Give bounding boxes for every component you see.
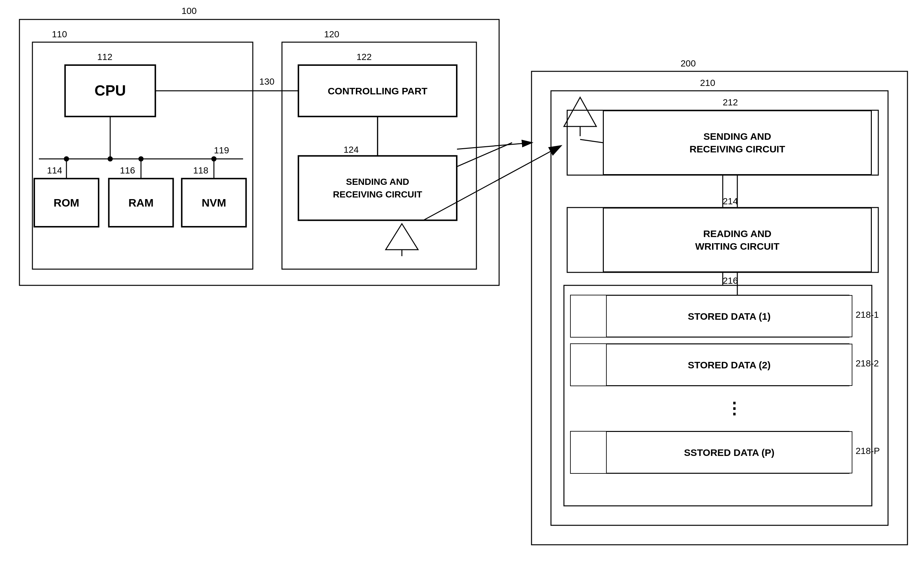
dots-label: ⋮ xyxy=(726,399,742,418)
sending-receiving-box-2: SENDING AND RECEIVING CIRCUIT xyxy=(603,110,872,175)
ref-214: 214 xyxy=(723,196,738,207)
sending-receiving-box-1: SENDING AND RECEIVING CIRCUIT xyxy=(298,155,457,221)
svg-line-32 xyxy=(457,143,532,149)
stored-data-p-box: SSTORED DATA (P) xyxy=(606,431,853,473)
ref-118: 118 xyxy=(193,165,208,176)
svg-point-20 xyxy=(64,156,69,162)
ref-122: 122 xyxy=(357,52,372,62)
ref-218-2: 218-2 xyxy=(856,358,879,369)
antenna-right xyxy=(561,94,600,140)
ref-218-1: 218-1 xyxy=(856,310,879,320)
svg-line-44 xyxy=(580,140,603,143)
svg-marker-35 xyxy=(386,224,418,250)
ref-120: 120 xyxy=(324,29,340,40)
rom-box: ROM xyxy=(34,178,99,227)
svg-point-24 xyxy=(211,156,217,162)
ref-130: 130 xyxy=(259,76,274,87)
nvm-box: NVM xyxy=(181,178,247,227)
svg-rect-0 xyxy=(19,19,499,285)
ref-110: 110 xyxy=(52,29,67,40)
stored-data-2-box: STORED DATA (2) xyxy=(606,344,853,386)
ref-100: 100 xyxy=(181,6,197,16)
controlling-part-box: CONTROLLING PART xyxy=(298,65,457,117)
ref-212: 212 xyxy=(723,97,738,108)
ref-200: 200 xyxy=(681,58,696,69)
ref-112: 112 xyxy=(97,52,112,62)
antenna-left xyxy=(383,221,421,260)
diagram: 100 110 112 CPU 114 ROM 116 RAM 118 119 … xyxy=(0,0,924,572)
ram-box: RAM xyxy=(109,178,174,227)
ref-114: 114 xyxy=(47,165,62,176)
ref-124: 124 xyxy=(344,145,359,155)
svg-point-22 xyxy=(138,156,144,162)
cpu-box: CPU xyxy=(65,65,155,117)
svg-marker-37 xyxy=(564,97,596,126)
ref-116: 116 xyxy=(120,165,135,176)
ref-210: 210 xyxy=(700,78,715,88)
reading-writing-box: READING AND WRITING CIRCUIT xyxy=(603,208,872,272)
ref-218-p: 218-P xyxy=(856,446,880,456)
ref-119: 119 xyxy=(214,145,229,155)
svg-point-34 xyxy=(108,156,113,162)
ref-216: 216 xyxy=(723,276,738,286)
stored-data-1-box: STORED DATA (1) xyxy=(606,295,853,337)
